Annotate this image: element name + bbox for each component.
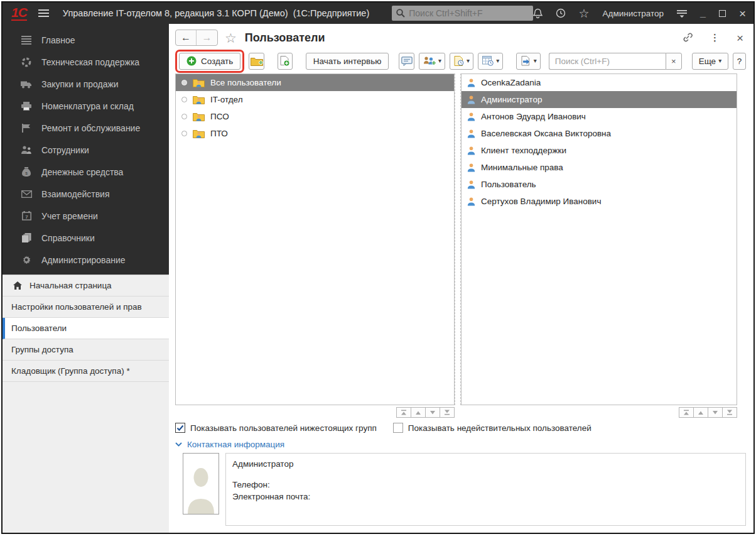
sidebar-item-remont[interactable]: Ремонт и обслуживание — [3, 117, 169, 139]
contact-name: Администратор — [232, 458, 739, 471]
group-folder-icon — [193, 95, 205, 104]
scroll-to-bottom-button[interactable] — [440, 407, 455, 418]
sidebar-item-uchet-vremeni[interactable]: 7 Учет времени — [3, 205, 169, 227]
group-label: IT-отдел — [210, 95, 243, 104]
back-button[interactable]: ← — [176, 30, 197, 45]
contact-info-section-toggle[interactable]: Контактная информация — [175, 437, 746, 452]
current-user-label[interactable]: Администратор — [603, 9, 664, 18]
global-search[interactable] — [392, 6, 532, 21]
list-search-input[interactable] — [549, 53, 666, 70]
scroll-up-button[interactable] — [411, 407, 426, 418]
scroll-to-top-button[interactable] — [396, 407, 411, 418]
tab-label: Кладовщик (Группа доступа) * — [11, 366, 130, 376]
truck-icon — [20, 80, 33, 89]
printer-icon — [20, 102, 33, 111]
document-clock-icon — [454, 56, 464, 66]
history-icon[interactable] — [556, 8, 566, 18]
scroll-to-bottom-button[interactable] — [722, 407, 737, 418]
create-group-button[interactable] — [249, 53, 264, 70]
sidebar-item-zakupki[interactable]: Закупки и продажи — [3, 73, 169, 95]
maximize-button[interactable] — [719, 10, 726, 17]
export-document-dropdown-button[interactable]: ▾ — [516, 53, 541, 70]
add-users-dropdown-button[interactable]: ▾ — [419, 53, 445, 70]
start-interview-button[interactable]: Начать интервью — [306, 53, 389, 70]
user-row[interactable]: Пользователь — [462, 176, 737, 193]
user-row[interactable]: Антонов Эдуард Иванович — [462, 108, 737, 125]
chevron-down-icon — [175, 442, 182, 447]
list-scroll-controls — [175, 405, 746, 419]
service-settings-icon[interactable] — [677, 9, 687, 18]
sidebar-item-sotrudniki[interactable]: Сотрудники — [3, 139, 169, 161]
sidebar-item-label: Закупки и продажи — [41, 79, 119, 89]
user-label: Пользователь — [481, 180, 536, 189]
tab-home[interactable]: Начальная страница — [3, 275, 169, 297]
envelope-icon — [20, 190, 33, 198]
tab-user-rights-settings[interactable]: Настройки пользователей и прав — [3, 297, 169, 318]
more-menu-icon[interactable]: ⋮ — [710, 32, 720, 43]
table-schedule-dropdown-button[interactable]: ▾ — [478, 53, 503, 70]
group-row-pso[interactable]: ПСО — [176, 108, 454, 125]
search-icon — [396, 9, 405, 18]
notifications-bell-icon[interactable] — [533, 8, 543, 18]
user-row[interactable]: Клиент техподдержки — [462, 142, 737, 159]
main-menu-icon[interactable] — [38, 9, 49, 17]
comment-button[interactable] — [399, 53, 414, 70]
tab-access-groups[interactable]: Группы доступа — [3, 339, 169, 361]
sidebar-item-denezhnye[interactable]: s Денежные средства — [3, 161, 169, 183]
sidebar-item-administrirovanie[interactable]: Администрирование — [3, 249, 169, 271]
help-button[interactable]: ? — [733, 53, 746, 70]
user-row[interactable]: Минимальные права — [462, 159, 737, 176]
sidebar-item-vzaimodeystviya[interactable]: Взаимодействия — [3, 183, 169, 205]
user-row[interactable]: Сертухов Владимир Иванович — [462, 193, 737, 210]
tab-kladovschik[interactable]: Кладовщик (Группа доступа) * — [3, 361, 169, 382]
more-actions-button[interactable]: Еще ▾ — [692, 53, 729, 70]
user-label: Сертухов Владимир Иванович — [481, 197, 601, 206]
user-icon — [467, 95, 475, 104]
sidebar-item-tehpodderzhka[interactable]: Техническая поддержка — [3, 51, 169, 73]
sidebar-item-glavnoe[interactable]: Главное — [3, 29, 169, 51]
dropdown-caret-icon: ▾ — [534, 58, 537, 64]
dropdown-caret-icon: ▾ — [718, 58, 721, 64]
user-icon — [467, 180, 475, 189]
contact-info-area: Администратор Телефон: Электронная почта… — [175, 453, 746, 526]
show-invalid-users-checkbox[interactable] — [393, 423, 403, 433]
user-icon — [467, 163, 475, 172]
user-row-selected[interactable]: Администратор — [462, 91, 737, 108]
user-icon — [467, 112, 475, 121]
create-button[interactable]: Создать — [179, 53, 240, 70]
clear-search-button[interactable]: × — [666, 53, 682, 70]
group-row-pto[interactable]: ПТО — [176, 125, 454, 142]
scroll-down-button[interactable] — [708, 407, 723, 418]
forward-button[interactable]: → — [197, 30, 217, 45]
create-new-document-button[interactable] — [278, 53, 293, 70]
group-row-it-otdel[interactable]: IT-отдел — [176, 91, 454, 108]
people-icon — [20, 146, 33, 155]
scroll-to-top-button[interactable] — [679, 407, 694, 418]
favorites-star-icon[interactable]: ☆ — [579, 8, 590, 19]
add-favorite-star-icon[interactable]: ☆ — [225, 31, 237, 45]
global-search-input[interactable] — [409, 8, 528, 18]
group-folder-icon — [193, 78, 205, 87]
user-row[interactable]: Васелевская Оксана Викторовна — [462, 125, 737, 142]
document-arrow-icon — [521, 56, 531, 66]
panel-splitter[interactable] — [455, 74, 461, 405]
dropdown-caret-icon: ▾ — [438, 58, 441, 64]
gear-icon — [20, 255, 33, 265]
tab-label: Начальная страница — [30, 281, 112, 290]
scroll-down-button[interactable] — [425, 407, 440, 418]
lists-area: Все пользователи IT-отдел ПСО — [175, 74, 746, 405]
close-page-icon[interactable]: × — [737, 32, 743, 44]
sidebar-item-nomenklatura[interactable]: Номенклатура и склад — [3, 95, 169, 117]
sidebar-item-label: Техническая поддержка — [41, 57, 139, 67]
group-row-all-users[interactable]: Все пользователи — [176, 74, 454, 91]
minimize-button[interactable]: _ — [700, 8, 706, 18]
tab-users-active[interactable]: Пользователи — [3, 318, 169, 339]
show-nested-groups-checkbox[interactable] — [175, 423, 185, 433]
user-row[interactable]: OcenkaZadania — [462, 74, 737, 91]
sidebar-item-spravochniki[interactable]: Справочники — [3, 227, 169, 249]
sidebar-item-label: Сотрудники — [41, 145, 89, 155]
close-window-button[interactable]: × — [739, 8, 746, 19]
scroll-up-button[interactable] — [693, 407, 708, 418]
get-link-icon[interactable] — [682, 33, 693, 43]
document-schedule-dropdown-button[interactable]: ▾ — [450, 53, 473, 70]
